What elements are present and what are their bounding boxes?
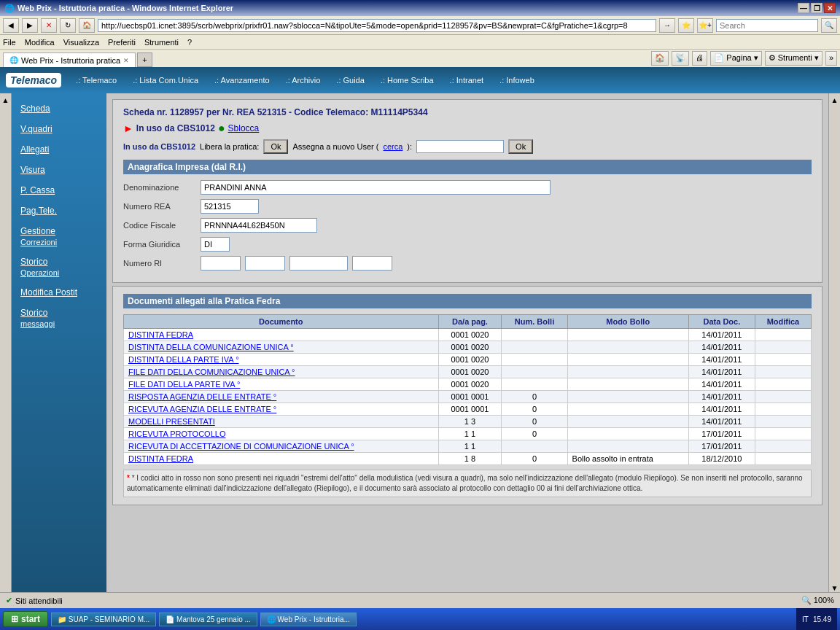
menu-help[interactable]: ? (187, 38, 192, 47)
numero-ri-input-4[interactable] (352, 256, 392, 271)
extend-button[interactable]: » (825, 51, 837, 66)
doc-link[interactable]: DISTINTA FEDRA (128, 330, 193, 339)
status-text: Siti attendibili (15, 596, 63, 605)
col-numbolli: Num. Bolli (502, 315, 567, 329)
start-button[interactable]: ⊞ start (3, 611, 48, 627)
doc-link[interactable]: DISTINTA DELLA COMUNICAZIONE UNICA ° (128, 343, 294, 351)
print-button[interactable]: 🖨 (692, 51, 707, 66)
home-toolbar-button[interactable]: 🏠 (651, 51, 669, 66)
go-button[interactable]: → (659, 18, 675, 33)
doc-link[interactable]: RISPOSTA AGENZIA DELLE ENTRATE ° (128, 392, 276, 401)
numero-ri-input-3[interactable] (289, 256, 348, 271)
nav-archivio[interactable]: .: Archivio (279, 73, 328, 88)
page-button[interactable]: 📄 Pagina ▾ (710, 51, 761, 66)
sidebar-item-modifica-postit[interactable]: Modifica Postit (12, 283, 106, 302)
table-row: MODELLI PRESENTATI1 3014/01/2011 (124, 416, 812, 428)
pag-cell: 0001 0020 (438, 341, 502, 354)
stop-button[interactable]: ✕ (41, 18, 57, 33)
address-input[interactable] (98, 19, 656, 32)
sidebar-item-visura[interactable]: Visura (12, 160, 106, 179)
col-modifica: Modifica (755, 315, 811, 329)
address-bar: ◀ ▶ ✕ ↻ 🏠 → ⭐ ⭐+ 🔍 (0, 16, 840, 35)
forma-giuridica-input[interactable] (201, 237, 230, 252)
doc-link[interactable]: DISTINTA FEDRA (128, 454, 193, 463)
pag-cell: 0001 0020 (438, 329, 502, 341)
pag-cell: 1 1 (438, 440, 502, 453)
home-button[interactable]: 🏠 (79, 18, 95, 33)
scroll-right-down-button[interactable]: ▼ (831, 584, 839, 592)
sidebar-item-gestione[interactable]: Gestione Correzioni (12, 222, 106, 251)
menu-strumenti[interactable]: Strumenti (144, 38, 179, 47)
favorites-button[interactable]: ⭐ (678, 18, 694, 33)
doc-link[interactable]: FILE DATI DELLA PARTE IVA ° (128, 380, 240, 389)
search-input[interactable] (716, 19, 818, 32)
table-row: RICEVUTA PROTOCOLLO1 1017/01/2011 (124, 428, 812, 440)
sidebar-item-storico-msg[interactable]: Storico messaggi (12, 303, 106, 332)
minimize-button[interactable]: — (798, 3, 809, 13)
bolli-cell (502, 440, 567, 453)
telemaco-logo[interactable]: Telemaco (6, 73, 61, 88)
modifica-cell (755, 453, 811, 465)
menu-modifica[interactable]: Modifica (25, 38, 55, 47)
feeds-button[interactable]: 📡 (672, 51, 689, 66)
add-favorites-button[interactable]: ⭐+ (697, 18, 713, 33)
nav-infoweb[interactable]: .: Infoweb (492, 73, 542, 88)
numero-ri-input-1[interactable] (201, 256, 241, 271)
sblocca-link[interactable]: Sblocca (228, 123, 260, 133)
cerca-link[interactable]: cerca (383, 142, 402, 151)
tab-close-button[interactable]: ✕ (123, 57, 129, 64)
denominazione-input[interactable] (201, 180, 551, 195)
table-row: RICEVUTA AGENZIA DELLE ENTRATE °0001 000… (124, 403, 812, 416)
refresh-button[interactable]: ↻ (60, 18, 76, 33)
bolli-cell (502, 354, 567, 366)
nav-guida[interactable]: .: Guida (329, 73, 372, 88)
doc-link[interactable]: DISTINTA DELLA PARTE IVA ° (128, 355, 239, 364)
sidebar-item-vquadri[interactable]: V.quadri (12, 120, 106, 139)
doc-link[interactable]: MODELLI PRESENTATI (128, 417, 215, 426)
nav-avanzamento[interactable]: .: Avanzamento (207, 73, 277, 88)
doc-link[interactable]: RICEVUTA AGENZIA DELLE ENTRATE ° (128, 405, 276, 413)
menu-preferiti[interactable]: Preferiti (108, 38, 136, 47)
scroll-right-up-button[interactable]: ▲ (831, 96, 839, 104)
nav-telemaco[interactable]: .: Telemaco (69, 73, 124, 88)
nav-home-scriba[interactable]: .: Home Scriba (373, 73, 441, 88)
bolli-cell: 0 (502, 428, 567, 440)
numero-ri-input-2[interactable] (245, 256, 285, 271)
ok-button-1[interactable]: Ok (263, 139, 288, 154)
forward-button[interactable]: ▶ (22, 18, 38, 33)
search-button[interactable]: 🔍 (821, 18, 837, 33)
taskbar-time: 15.49 (813, 615, 831, 623)
numero-rea-input[interactable] (201, 199, 259, 214)
taskbar-item-0[interactable]: 📁 SUAP - SEMINARIO M... (51, 612, 156, 626)
sidebar-item-pagtele[interactable]: Pag.Tele. (12, 201, 106, 220)
current-tab[interactable]: 🌐 Web Prix - Istruttoria pratica ✕ (3, 52, 136, 67)
menu-visualizza[interactable]: Visualizza (63, 38, 99, 47)
new-tab-button[interactable]: + (137, 52, 152, 67)
in-uso-text: In uso da CBS1012 (136, 123, 215, 133)
doc-link[interactable]: FILE DATI DELLA COMUNICAZIONE UNICA ° (128, 368, 295, 376)
sidebar-item-storico-op[interactable]: Storico Operazioni (12, 252, 106, 281)
sidebar-item-scheda[interactable]: Scheda (12, 99, 106, 118)
back-button[interactable]: ◀ (3, 18, 19, 33)
documenti-card: Documenti allegati alla Pratica Fedra Do… (112, 286, 822, 505)
codice-fiscale-input[interactable] (201, 218, 317, 233)
anagrafica-title: Anagrafica Impresa (dal R.I.) (123, 160, 812, 174)
user-input[interactable] (416, 140, 504, 153)
doc-link[interactable]: RICEVUTA PROTOCOLLO (128, 429, 225, 438)
taskbar-item-1[interactable]: 📄 Mantova 25 gennaio ... (159, 612, 257, 626)
table-row: DISTINTA FEDRA0001 002014/01/2011 (124, 329, 812, 341)
modifica-cell (755, 403, 811, 416)
menu-file[interactable]: File (3, 38, 16, 47)
ok-button-2[interactable]: Ok (508, 139, 533, 154)
sidebar-item-allegati[interactable]: Allegati (12, 140, 106, 159)
restore-button[interactable]: ❐ (811, 3, 822, 13)
table-row: DISTINTA FEDRA1 80Bollo assolto in entra… (124, 453, 812, 465)
nav-intranet[interactable]: .: Intranet (443, 73, 491, 88)
doc-link[interactable]: RICEVUTA DI ACCETTAZIONE DI COMUNICAZION… (128, 442, 354, 451)
close-button[interactable]: ✕ (824, 3, 836, 13)
taskbar-item-2[interactable]: 🌐 Web Prix - Istruttoria... (260, 612, 357, 626)
nav-lista[interactable]: .: Lista Com.Unica (125, 73, 206, 88)
sidebar-item-pcassa[interactable]: P. Cassa (12, 181, 106, 200)
scroll-up-button[interactable]: ▲ (2, 96, 9, 104)
tools-button[interactable]: ⚙ Strumenti ▾ (765, 51, 822, 66)
